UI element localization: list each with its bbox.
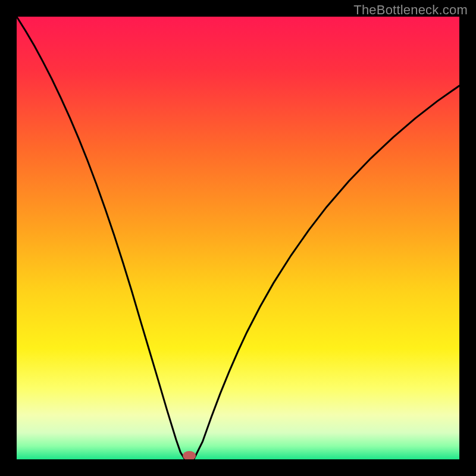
chart-frame: TheBottleneck.com [0, 0, 476, 476]
watermark-text: TheBottleneck.com [353, 2, 468, 18]
chart-plot-area [17, 17, 459, 459]
bottleneck-chart [17, 17, 459, 459]
gradient-background [17, 17, 459, 459]
